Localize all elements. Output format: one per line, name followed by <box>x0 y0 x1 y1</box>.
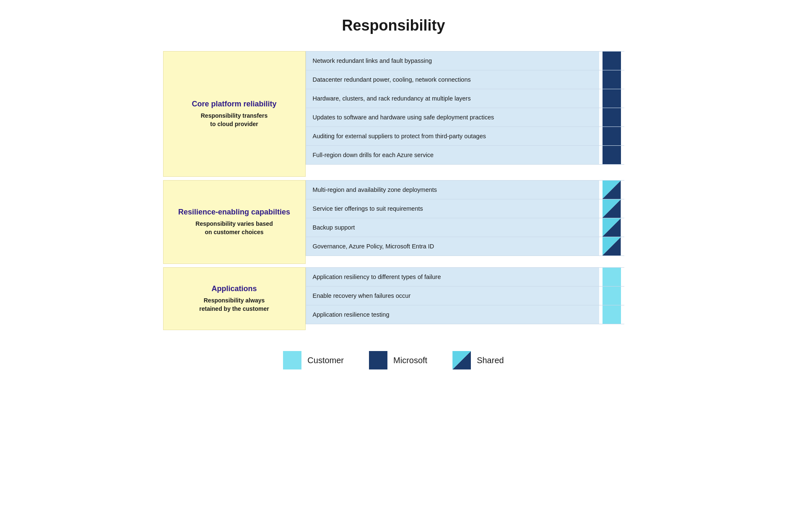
category-sub-applications: Responsibility always retained by the cu… <box>199 297 269 313</box>
row-item: Service tier offerings to suit requireme… <box>306 199 624 218</box>
category-section-resilience: Resilience-enabling capabiltiesResponsib… <box>163 180 624 264</box>
row-item: Multi-region and availability zone deplo… <box>306 180 624 199</box>
legend-customer: Customer <box>283 351 344 369</box>
category-title-applications: Applications <box>211 284 257 293</box>
category-section-core: Core platform reliabilityResponsibility … <box>163 51 624 177</box>
row-label: Hardware, clusters, and rack redundancy … <box>306 89 599 108</box>
microsoft-indicator-icon <box>603 127 621 145</box>
legend-shared: Shared <box>452 351 504 369</box>
legend-microsoft: Microsoft <box>369 351 427 369</box>
section-applications: ApplicationsResponsibility always retain… <box>163 267 624 330</box>
legend-microsoft-label: Microsoft <box>393 356 427 365</box>
category-box-resilience: Resilience-enabling capabiltiesResponsib… <box>163 180 306 264</box>
row-label: Enable recovery when failures occur <box>306 287 599 305</box>
category-title-core: Core platform reliability <box>192 100 276 108</box>
row-label: Full-region down drills for each Azure s… <box>306 146 599 164</box>
row-item: Application resiliency to different type… <box>306 267 624 287</box>
row-item: Auditing for external suppliers to prote… <box>306 127 624 146</box>
rows-col-applications: Application resiliency to different type… <box>306 267 624 330</box>
customer-indicator-icon <box>603 305 621 324</box>
row-label: Application resiliency to different type… <box>306 268 599 286</box>
row-label: Backup support <box>306 218 599 237</box>
shared-indicator-icon <box>603 199 621 218</box>
rows-col-core: Network redundant links and fault bypass… <box>306 51 624 177</box>
microsoft-icon <box>369 351 387 369</box>
row-item: Updates to software and hardware using s… <box>306 108 624 127</box>
microsoft-indicator-icon <box>603 52 621 70</box>
rows-col-resilience: Multi-region and availability zone deplo… <box>306 180 624 264</box>
shared-icon <box>452 351 471 369</box>
row-item: Enable recovery when failures occur <box>306 287 624 305</box>
category-sub-resilience: Responsibility varies based on customer … <box>195 220 273 236</box>
microsoft-indicator-icon <box>603 146 621 164</box>
row-label: Multi-region and availability zone deplo… <box>306 181 599 199</box>
shared-indicator-icon <box>603 237 621 256</box>
row-label: Application resilience testing <box>306 305 599 324</box>
section-core: Core platform reliabilityResponsibility … <box>163 51 624 177</box>
row-item: Backup support <box>306 218 624 237</box>
row-item: Network redundant links and fault bypass… <box>306 51 624 70</box>
category-section-applications: ApplicationsResponsibility always retain… <box>163 267 624 330</box>
page-container: Responsibility Core platform reliability… <box>163 17 624 369</box>
microsoft-indicator-icon <box>603 89 621 108</box>
row-label: Network redundant links and fault bypass… <box>306 52 599 70</box>
category-box-applications: ApplicationsResponsibility always retain… <box>163 267 306 330</box>
row-item: Application resilience testing <box>306 305 624 324</box>
row-label: Governance, Azure Policy, Microsoft Entr… <box>306 237 599 256</box>
row-label: Datacenter redundant power, cooling, net… <box>306 70 599 89</box>
shared-indicator-icon <box>603 181 621 199</box>
category-title-resilience: Resilience-enabling capabilties <box>178 208 290 217</box>
row-label: Service tier offerings to suit requireme… <box>306 199 599 218</box>
customer-indicator-icon <box>603 287 621 305</box>
row-item: Full-region down drills for each Azure s… <box>306 146 624 165</box>
microsoft-indicator-icon <box>603 108 621 127</box>
row-item: Governance, Azure Policy, Microsoft Entr… <box>306 237 624 256</box>
row-item: Hardware, clusters, and rack redundancy … <box>306 89 624 108</box>
row-label: Updates to software and hardware using s… <box>306 108 599 127</box>
page-title: Responsibility <box>163 17 624 34</box>
section-resilience: Resilience-enabling capabiltiesResponsib… <box>163 180 624 264</box>
row-label: Auditing for external suppliers to prote… <box>306 127 599 145</box>
customer-indicator-icon <box>603 268 621 286</box>
legend-customer-label: Customer <box>307 356 344 365</box>
category-sub-core: Responsibility transfers to cloud provid… <box>201 112 268 128</box>
category-box-core: Core platform reliabilityResponsibility … <box>163 51 306 177</box>
sections-container: Core platform reliabilityResponsibility … <box>163 51 624 330</box>
legend: Customer Microsoft Shared <box>163 351 624 369</box>
microsoft-indicator-icon <box>603 70 621 89</box>
row-item: Datacenter redundant power, cooling, net… <box>306 70 624 89</box>
shared-indicator-icon <box>603 218 621 237</box>
customer-icon <box>283 351 301 369</box>
legend-shared-label: Shared <box>477 356 504 365</box>
